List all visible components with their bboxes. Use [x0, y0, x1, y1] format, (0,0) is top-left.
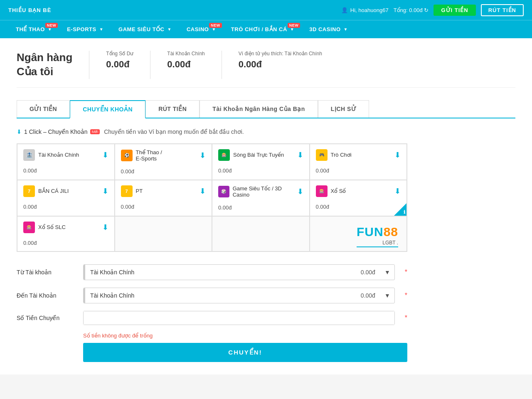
nav-item-tro-choi[interactable]: TRÒ CHƠI / BẮN CÁ NEW ▼ [224, 20, 302, 39]
wallet-card-the-thao[interactable]: ⚽ Thể Thao /E-Sports ⬇ 0.00đ [115, 144, 212, 180]
wallet-card-tro-choi[interactable]: 🎮 Trò Chơi ⬇ 0.00đ [310, 144, 407, 180]
submit-button[interactable]: CHUYỂN! [83, 343, 407, 362]
amount-input[interactable] [84, 311, 394, 325]
bank-stat-total-value: 0.00đ [106, 59, 133, 70]
rut-tien-button[interactable]: RÚT TIỀN [481, 4, 524, 16]
nav-label-esports: E-SPORTS [67, 26, 96, 32]
form-row-from: Từ Tài khoản Tài Khoản Chính 0.00đ ▼ * [17, 264, 407, 280]
to-dropdown-arrow[interactable]: ▼ [380, 289, 394, 302]
wallet-card-game-sieu-toc[interactable]: 🎲 Game Siêu Tốc / 3D Casino ⬇ 0.00đ [212, 180, 310, 216]
bank-title: Ngân hàng Của tôi [17, 51, 89, 79]
transfer-to-icon-6[interactable]: ⬇ [200, 187, 206, 196]
user-info: 👤 Hi, hoahuong67 [341, 7, 389, 13]
transfer-to-icon-3[interactable]: ⬇ [297, 150, 303, 160]
wallet-amount-ban-ca-jili: 0.00đ [23, 204, 108, 210]
transfer-header: ⬇ 1 Click – Chuyển Khoản Mới Chuyển tiền… [17, 128, 515, 135]
from-dropdown-arrow[interactable]: ▼ [380, 266, 394, 279]
nav-item-casino[interactable]: CASINO NEW ▼ [179, 20, 224, 39]
nav-item-the-thao[interactable]: THỂ THAO NEW ▼ [8, 20, 59, 39]
transfer-to-icon-4[interactable]: ⬇ [394, 150, 401, 160]
badge-new-the-thao: NEW [45, 23, 58, 28]
wallet-name-xo-so: Xổ Số [331, 188, 346, 194]
wallet-card-empty-1 [115, 216, 212, 251]
bank-stat-ewallet-label: Ví điện tử yêu thích: Tài Khoản Chính [239, 51, 322, 57]
transfer-title: 1 Click – Chuyển Khoản [24, 128, 88, 135]
bank-header: Ngân hàng Của tôi Tổng Số Dư 0.00đ Tài K… [17, 51, 515, 88]
transfer-description: Chuyển tiền vào Ví bạn mong muốn để bắt … [104, 128, 244, 135]
to-account-value: Tài Khoản Chính [85, 289, 356, 302]
wallet-amount-tro-choi: 0.00đ [316, 167, 401, 174]
from-account-value: Tài Khoản Chính [85, 266, 356, 279]
total-value: 0.00đ [409, 7, 423, 13]
amount-input-wrap [83, 311, 395, 325]
transfer-to-icon-1[interactable]: ⬇ [102, 150, 108, 160]
brand-label: THIỀU BẠN BÈ [8, 7, 51, 13]
wallet-amount-pt: 0.00đ [121, 204, 206, 210]
to-account-select[interactable]: Tài Khoản Chính 0.00đ ▼ [83, 288, 395, 303]
wallet-icon-game-sieu-toc: 🎲 [218, 186, 229, 197]
chevron-casino: ▼ [212, 27, 216, 32]
wallet-amount-the-thao: 0.00đ [121, 168, 206, 175]
bank-stat-total: Tổng Số Dư 0.00đ [89, 51, 150, 79]
wallet-card-song-bai[interactable]: 🎰 Sòng Bài Trực Tuyến ⬇ 0.00đ [212, 144, 310, 180]
nav-item-game-sieu-toc[interactable]: GAME SIÊU TỐC ▼ [111, 20, 179, 39]
total-info: Tổng: 0.00đ ↻ [394, 7, 429, 13]
transfer-to-icon-5[interactable]: ⬇ [102, 187, 108, 196]
wallet-card-xo-so[interactable]: 🎰 Xổ Số ⬇ 0.00đ ℹ [310, 180, 407, 216]
wallet-name-tro-choi: Trò Chơi [331, 152, 352, 158]
wallet-icon-xo-so-slc: 🎰 [23, 222, 35, 233]
wallet-name-xo-so-slc: Xổ Số SLC [38, 224, 66, 230]
chevron-3d-casino: ▼ [344, 27, 348, 32]
gui-tien-button[interactable]: GỬI TIỀN [433, 5, 475, 16]
wallet-icon-the-thao: ⚽ [121, 150, 133, 161]
tab-lich-su[interactable]: LỊCH SỬ [318, 100, 369, 118]
wallet-card-tai-khoan-chinh[interactable]: 🏦 Tài Khoản Chính ⬇ 0.00đ [17, 144, 115, 180]
wallet-name-ban-ca-jili: BẮN CÁ JILI [38, 188, 69, 194]
wallet-amount-xo-so: 0.00đ [316, 204, 401, 210]
wallet-icon-pt: 7 [121, 185, 133, 197]
nav-bar: THỂ THAO NEW ▼ E-SPORTS ▼ GAME SIÊU TỐC … [0, 20, 532, 38]
fun88-fun: FUN [357, 225, 384, 239]
wallet-icon-song-bai: 🎰 [218, 149, 230, 161]
wallet-icon-ban-ca-jili: 7 [23, 185, 35, 197]
wallet-card-xo-so-slc[interactable]: 🎰 Xổ Số SLC ⬇ 0.00đ [17, 216, 115, 251]
bank-stat-main: Tài Khoản Chính 0.00đ [150, 51, 222, 79]
form-label-to: Đến Tài Khoản [17, 292, 75, 299]
wallet-amount-xo-so-slc: 0.00đ [23, 240, 108, 246]
tab-chuyen-khoan[interactable]: CHUYỂN KHOẢN [70, 100, 145, 118]
tab-gui-tien[interactable]: GỬI TIỀN [17, 100, 70, 118]
form-label-from: Từ Tài khoản [17, 269, 75, 276]
wallet-name-game-sieu-toc: Game Siêu Tốc / 3D Casino [233, 185, 297, 198]
tab-rut-tien[interactable]: RÚT TIỀN [145, 100, 200, 118]
nav-item-esports[interactable]: E-SPORTS ▼ [59, 20, 111, 39]
form-label-amount: Số Tiền Chuyển [17, 315, 75, 321]
wallet-name-pt: PT [136, 188, 143, 194]
wallet-card-empty-2 [212, 216, 310, 251]
download-small-icon: ⬇ [17, 128, 22, 135]
refresh-icon[interactable]: ↻ [424, 7, 429, 13]
bank-stat-ewallet-value: 0.00đ [239, 59, 322, 70]
wallet-card-empty-3: FUN88 LGBT . [310, 216, 407, 251]
bank-title-line1: Ngân hàng [17, 51, 72, 64]
wallet-name-tai-khoan-chinh: Tài Khoản Chính [38, 152, 79, 158]
nav-label-game-sieu-toc: GAME SIÊU TỐC [118, 26, 164, 32]
badge-new-tro-choi: NEW [288, 23, 300, 28]
chevron-game-sieu-toc: ▼ [167, 27, 171, 32]
nav-label-3d-casino: 3D CASINO [309, 26, 340, 32]
amount-required: * [405, 314, 407, 322]
from-account-select[interactable]: Tài Khoản Chính 0.00đ ▼ [83, 264, 395, 280]
transfer-to-icon-7[interactable]: ⬇ [297, 187, 303, 196]
wallet-card-ban-ca-jili[interactable]: 7 BẮN CÁ JILI ⬇ 0.00đ [17, 180, 115, 216]
bank-stat-ewallet: Ví điện tử yêu thích: Tài Khoản Chính 0.… [222, 51, 339, 79]
transfer-to-icon-8[interactable]: ⬇ [394, 187, 401, 196]
nav-item-3d-casino[interactable]: 3D CASINO ▼ [302, 20, 355, 39]
tab-tai-khoan[interactable]: Tài Khoản Ngân Hàng Của Bạn [200, 100, 318, 118]
wallet-amount-tai-khoan-chinh: 0.00đ [23, 167, 108, 174]
bank-stat-main-label: Tài Khoản Chính [167, 51, 204, 57]
wallet-card-pt[interactable]: 7 PT ⬇ 0.00đ [115, 180, 212, 216]
wallet-icon-xo-so: 🎰 [316, 185, 328, 197]
transfer-to-icon-9[interactable]: ⬇ [102, 223, 108, 232]
transfer-to-icon-2[interactable]: ⬇ [200, 151, 206, 160]
fun88-sub: LGBT . [357, 240, 398, 247]
content-area: Ngân hàng Của tôi Tổng Số Dư 0.00đ Tài K… [0, 38, 532, 374]
